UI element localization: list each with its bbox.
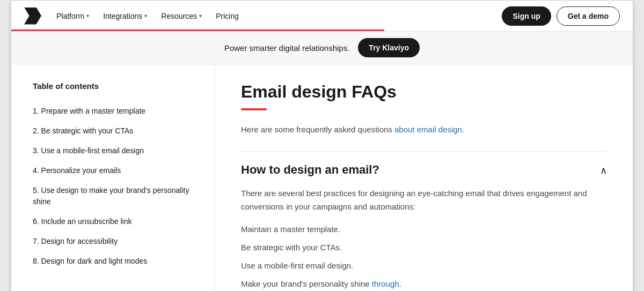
try-klaviyo-button[interactable]: Try Klaviyo (358, 38, 420, 57)
faq-intro: Here are some frequently asked questions… (241, 123, 607, 136)
faq-question-1: How to design an email? (241, 162, 379, 178)
toc-item-5[interactable]: 5. Use design to make your brand's perso… (33, 181, 197, 212)
title-underline (241, 108, 267, 110)
get-demo-button[interactable]: Get a demo (557, 6, 620, 26)
nav-resources[interactable]: Resources ▾ (156, 8, 207, 25)
promo-banner: Power smarter digital relationships. Try… (11, 32, 633, 64)
table-of-contents: Table of contents 1. Prepare with a mast… (11, 64, 215, 291)
signup-button[interactable]: Sign up (502, 6, 551, 26)
faq-content: Email design FAQs Here are some frequent… (215, 64, 633, 291)
nav-resources-label: Resources (161, 12, 197, 20)
nav-platform[interactable]: Platform ▾ (51, 8, 94, 25)
nav-pricing-label: Pricing (216, 12, 239, 20)
faq-list-item-3: Use a mobile-first email design. (241, 257, 607, 275)
shine-through-link[interactable]: through (372, 279, 399, 288)
toc-item-7[interactable]: 7. Design for accessibility (33, 232, 197, 251)
resources-chevron-icon: ▾ (199, 13, 202, 19)
toc-item-8[interactable]: 8. Design for dark and light modes (33, 251, 197, 271)
banner-text: Power smarter digital relationships. (224, 43, 349, 53)
faq-list-item-1: Maintain a master template. (241, 220, 607, 238)
accordion-up-icon: ∧ (600, 165, 607, 176)
toc-item-3[interactable]: 3. Use a mobile-first email design (33, 141, 197, 161)
faq-list-item-4-text: Make your brand's personality shine thro… (241, 279, 401, 288)
toc-heading: Table of contents (33, 81, 197, 91)
toc-item-4[interactable]: 4. Personalize your emails (33, 161, 197, 181)
platform-chevron-icon: ▾ (86, 13, 89, 19)
intro-link[interactable]: about email design. (394, 125, 464, 134)
nav-links: Platform ▾ Integrations ▾ Resources ▾ Pr… (51, 8, 502, 25)
toc-item-1[interactable]: 1. Prepare with a master template (33, 101, 197, 121)
integrations-chevron-icon: ▾ (144, 13, 147, 19)
nav-integrations-label: Integrations (103, 12, 142, 20)
toc-item-6[interactable]: 6. Include an unsubscribe link (33, 212, 197, 232)
faq-answer-body: There are several best practices for des… (241, 186, 607, 214)
intro-text: Here are some frequently asked questions (241, 125, 394, 134)
nav-pricing[interactable]: Pricing (210, 8, 244, 25)
klaviyo-logo[interactable] (24, 8, 41, 25)
faq-question-row-1[interactable]: How to design an email? ∧ (241, 151, 607, 186)
browser-window: Platform ▾ Integrations ▾ Resources ▾ Pr… (11, 0, 633, 291)
faq-list-item-4: Make your brand's personality shine thro… (241, 275, 607, 291)
nav-actions: Sign up Get a demo (502, 6, 620, 26)
faq-list-item-2: Be strategic with your CTAs. (241, 238, 607, 257)
navbar: Platform ▾ Integrations ▾ Resources ▾ Pr… (11, 1, 633, 32)
main-content: Table of contents 1. Prepare with a mast… (11, 64, 633, 291)
faq-title: Email design FAQs (241, 81, 607, 102)
nav-integrations[interactable]: Integrations ▾ (98, 8, 152, 25)
toc-item-2[interactable]: 2. Be strategic with your CTAs (33, 121, 197, 141)
nav-platform-label: Platform (56, 12, 84, 20)
